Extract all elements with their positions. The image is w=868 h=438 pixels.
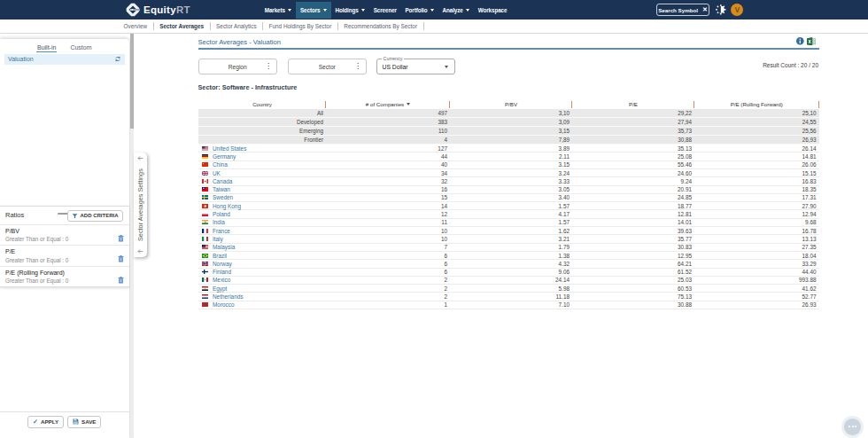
menu-item-portfolio[interactable]: Portfolio <box>401 2 438 19</box>
currency-select[interactable]: Currency US Dollar <box>376 59 456 74</box>
group-label: Frontier <box>198 136 326 145</box>
country-link[interactable]: Brazil <box>213 253 227 259</box>
cell-companies: 7 <box>326 243 450 251</box>
sidebar-item-valuation[interactable]: Valuation <box>4 54 125 65</box>
tab-sector-averages[interactable]: Sector Averages <box>154 22 211 30</box>
chat-widget-button[interactable] <box>844 418 861 435</box>
top-navbar: EquityRT Markets Sectors Holdings Screen… <box>0 0 868 20</box>
country-link[interactable]: Germany <box>213 153 236 160</box>
country-link[interactable]: Malaysia <box>213 244 235 250</box>
cell-pe_rf: 993.88 <box>694 276 819 284</box>
country-link[interactable]: Morocco <box>213 301 235 308</box>
trash-icon[interactable] <box>118 277 124 284</box>
country-link[interactable]: China <box>213 161 228 168</box>
sector-filter-button[interactable]: Sector ⋮ <box>288 59 368 74</box>
cell-pe_rf: 26.14 <box>694 145 819 153</box>
sidebar-tab-built-in[interactable]: Built-in <box>36 44 57 52</box>
cell-companies: 15 <box>326 193 450 201</box>
flag-icon-in <box>202 220 209 224</box>
flag-icon-pl <box>202 212 209 216</box>
column-header-p-bv[interactable]: P/BV <box>450 100 572 110</box>
menu-item-analyze[interactable]: Analyze <box>438 2 474 19</box>
navbar-right: Search Symbol ✕ V <box>656 0 743 20</box>
country-link[interactable]: UK <box>213 170 221 176</box>
tab-fund-holdings-by-sector[interactable]: Fund Holdings By Sector <box>263 22 338 30</box>
menu-item-workspace[interactable]: Workspace <box>474 2 511 19</box>
excel-export-icon[interactable] <box>807 37 817 46</box>
group-row-all: All4973,1029,2225,10 <box>198 109 819 118</box>
country-link[interactable]: Sweden <box>213 194 233 200</box>
cell-companies: 32 <box>326 177 450 185</box>
country-link[interactable]: Italy <box>213 236 223 242</box>
cell-pe: 61.52 <box>572 268 694 276</box>
country-link[interactable]: India <box>213 219 225 225</box>
brand-logo[interactable]: EquityRT <box>126 0 190 20</box>
country-link[interactable]: Finland <box>213 269 231 275</box>
ratios-panel: Ratios ADD CRITERIA P/BV Greater Than or… <box>0 206 129 287</box>
cell-pe_rf: 9.68 <box>694 218 819 226</box>
column-header-country[interactable]: Country <box>198 100 326 110</box>
sidebar-item-label: Valuation <box>8 56 114 62</box>
country-link[interactable]: Poland <box>213 211 230 217</box>
menu-item-sectors[interactable]: Sectors <box>296 2 331 19</box>
title-underline <box>198 48 819 49</box>
sidebar-tab-custom[interactable]: Custom <box>69 44 92 52</box>
table-row-pl: Poland124.1712.8112.94 <box>198 210 819 218</box>
cell-country: Taiwan <box>198 185 326 193</box>
table-row-cn: China403.1555.4626.06 <box>198 160 819 168</box>
sidebar-scrollbar[interactable] <box>130 34 134 438</box>
search-symbol-button[interactable]: Search Symbol ✕ <box>656 4 709 17</box>
close-icon[interactable]: ✕ <box>702 6 708 13</box>
flag-icon-my <box>202 245 209 249</box>
column-header-p-e[interactable]: P/E <box>572 100 694 110</box>
cell-pbv: 3,09 <box>450 118 572 127</box>
averages-table: Country# of CompaniesP/BVP/EP/E (Rolling… <box>198 100 819 310</box>
menu-item-markets[interactable]: Markets <box>260 2 296 19</box>
cell-pe: 60.53 <box>572 285 694 293</box>
country-link[interactable]: United States <box>213 145 246 152</box>
tab-overview[interactable]: Overview <box>118 22 154 30</box>
tab-sector-analytics[interactable]: Sector Analytics <box>211 22 263 30</box>
column-header--of-companies[interactable]: # of Companies <box>326 100 450 110</box>
refresh-icon[interactable] <box>114 56 121 62</box>
collapse-arrow-top-icon[interactable] <box>137 155 143 161</box>
brand-name: EquityRT <box>143 4 190 15</box>
cell-pe: 39.63 <box>572 227 694 235</box>
region-filter-button[interactable]: Region ⋮ <box>198 59 278 74</box>
sidebar-scrollbar-thumb[interactable] <box>130 34 134 129</box>
trash-icon[interactable] <box>118 255 124 262</box>
cell-companies: 34 <box>326 168 450 176</box>
trash-icon[interactable] <box>118 235 124 242</box>
cell-pe: 35.13 <box>572 145 694 153</box>
menu-item-screener[interactable]: Screener <box>369 2 401 19</box>
theme-toggle-icon[interactable] <box>715 4 727 16</box>
country-link[interactable]: Norway <box>213 261 232 267</box>
save-button[interactable]: SAVE <box>67 416 101 428</box>
info-icon[interactable] <box>796 37 804 45</box>
country-link[interactable]: Netherlands <box>213 293 243 300</box>
cell-pe: 24.85 <box>572 193 694 201</box>
cell-pe: 12.95 <box>572 251 694 259</box>
menu-item-holdings[interactable]: Holdings <box>331 2 369 19</box>
country-link[interactable]: Hong Kong <box>213 203 241 209</box>
collapse-arrow-bottom-icon[interactable] <box>137 248 143 254</box>
country-link[interactable]: France <box>213 228 230 234</box>
flag-icon-se <box>202 195 209 199</box>
sector-averages-settings-tab[interactable]: Sector Averages Settings <box>134 153 147 257</box>
cell-pbv: 9.06 <box>450 268 572 276</box>
tab-recommendations-by-sector[interactable]: Recommendations By Sector <box>338 22 424 30</box>
table-row-fr: France101.6239.6316.78 <box>198 227 819 235</box>
add-criteria-button[interactable]: ADD CRITERIA <box>67 210 123 222</box>
user-avatar[interactable]: V <box>731 4 743 16</box>
table-row-gb: UK343.2424.6015.15 <box>198 168 819 176</box>
table-row-br: Brazil61.3812.9518.04 <box>198 251 819 259</box>
country-link[interactable]: Egypt <box>213 285 227 292</box>
flag-icon-fi <box>202 270 209 274</box>
cell-pe_rf: 26,93 <box>694 136 819 145</box>
country-link[interactable]: Mexico <box>213 277 230 283</box>
column-header-p-e-rolling-forward-[interactable]: P/E (Rolling Forward) <box>694 100 819 110</box>
country-link[interactable]: Canada <box>213 178 232 184</box>
apply-button[interactable]: ✓ APPLY <box>27 416 64 428</box>
cell-pe: 75.13 <box>572 293 694 301</box>
country-link[interactable]: Taiwan <box>213 186 230 192</box>
